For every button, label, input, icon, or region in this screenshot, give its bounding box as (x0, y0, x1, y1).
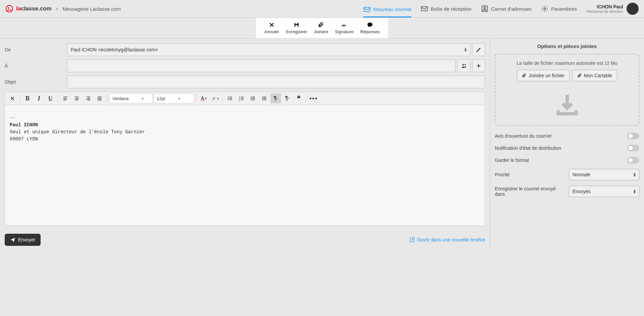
indent-button[interactable] (259, 93, 270, 103)
italic-button[interactable]: I (34, 93, 44, 103)
attach-button[interactable]: Joindre (311, 20, 332, 36)
number-list-icon: 123 (239, 96, 244, 101)
blockquote-button[interactable]: ❝ (293, 93, 304, 103)
delivery-toggle[interactable] (627, 145, 639, 151)
opt-priority: Priorité Normale ▴▾ (495, 169, 639, 180)
mail-icon (421, 5, 428, 12)
priority-select[interactable]: Normale ▴▾ (569, 169, 639, 180)
external-icon (410, 237, 415, 242)
font-size-value: 12pt (157, 96, 165, 101)
priority-value: Normale (573, 172, 590, 177)
my-bag-label: Mon Cartable (584, 73, 612, 78)
indent-icon (262, 96, 267, 101)
chevron-down-icon: ▾ (178, 97, 180, 100)
contacts-picker-icon (461, 63, 467, 69)
svg-point-12 (228, 97, 229, 98)
outdent-icon (250, 96, 256, 101)
bottom-bar: Envoyer Ouvrir dans une nouvelle fenêtre (5, 234, 485, 246)
header-left: laclasse.com › Messagerie Laclasse.com (5, 5, 121, 13)
outdent-button[interactable] (248, 93, 258, 103)
subject-label: Objet (5, 79, 65, 85)
align-left-icon (63, 96, 68, 101)
from-select[interactable]: Paul ICHON <ecoletonyg@laclasse.com> ▴▾ (67, 43, 470, 56)
clear-format-button[interactable] (7, 93, 18, 103)
dropzone[interactable]: La taille de fichier maximum autorisée e… (495, 54, 639, 126)
signature-button[interactable]: Signature (331, 20, 357, 36)
align-center-icon (74, 96, 79, 101)
save-in-select[interactable]: Envoyés ▴▾ (569, 186, 639, 197)
align-justify-button[interactable] (94, 93, 105, 103)
attach-file-label: Joindre un fichier (529, 73, 565, 78)
number-list-button[interactable]: 123 (236, 93, 247, 103)
highlight-button[interactable]: ▾ (210, 93, 220, 103)
brand-text[interactable]: laclasse.com (16, 5, 52, 12)
align-center-button[interactable] (71, 93, 82, 103)
nav-new-mail-label: Nouveau courriel (373, 6, 411, 12)
save-label: Enregistrer (286, 29, 307, 34)
keep-format-toggle[interactable] (627, 157, 639, 164)
to-row: À (5, 59, 485, 72)
editor-body[interactable]: -- Paul ICHON Seul et unique directeur d… (5, 105, 485, 226)
save-button[interactable]: Enregistrer (282, 20, 311, 36)
nav-settings[interactable]: Paramètres (541, 3, 577, 14)
responses-button[interactable]: Réponses (357, 20, 383, 36)
bold-button[interactable]: B (22, 93, 33, 103)
opt-save-in: Enregistrer le courriel envoyé dans Envo… (495, 186, 639, 197)
attach-file-button[interactable]: Joindre un fichier (517, 70, 570, 81)
open-window-link[interactable]: Ouvrir dans une nouvelle fenêtre (410, 237, 485, 242)
font-size-select[interactable]: 12pt▾ (154, 93, 194, 103)
avatar[interactable] (627, 3, 639, 15)
highlight-icon (212, 96, 216, 101)
responses-label: Réponses (360, 29, 380, 34)
svg-point-1 (8, 7, 9, 9)
opt-keep-label: Garder le format (495, 157, 627, 163)
nav-new-mail[interactable]: Nouveau courriel (363, 4, 411, 17)
separator (196, 94, 196, 102)
opt-keep-format: Garder le format (495, 157, 639, 164)
text-color-button[interactable]: A▾ (198, 93, 209, 103)
to-input[interactable] (67, 59, 455, 72)
separator (107, 94, 107, 102)
nav-inbox[interactable]: Boîte de réception (421, 3, 472, 14)
underline-button[interactable]: U (45, 93, 56, 103)
add-recipient-button[interactable] (472, 59, 485, 72)
send-label: Envoyer (18, 237, 35, 242)
svg-point-6 (484, 7, 486, 9)
subject-row: Objet (5, 76, 485, 88)
opt-save-label: Enregistrer le courriel envoyé dans (495, 186, 562, 197)
nav-contacts-label: Carnet d'adresses (491, 6, 532, 12)
paperclip-icon (522, 73, 527, 78)
chevron-down-icon: ▾ (142, 97, 144, 100)
read-receipt-toggle[interactable] (627, 133, 639, 139)
svg-point-7 (544, 8, 546, 10)
ltr-button[interactable]: ¶› (270, 93, 281, 103)
updown-icon: ▴▾ (634, 172, 636, 177)
paperclip-icon (318, 22, 324, 28)
my-bag-button[interactable]: Mon Cartable (572, 70, 617, 81)
rtl-button[interactable]: ¶‹ (282, 93, 292, 103)
to-label: À (5, 63, 65, 69)
max-size-text: La taille de fichier maximum autorisée e… (501, 60, 633, 66)
align-right-button[interactable] (83, 93, 94, 103)
updown-icon: ▴▾ (465, 47, 467, 52)
send-icon (10, 237, 15, 242)
svg-point-0 (6, 5, 13, 12)
separator (222, 94, 223, 102)
nav-contacts[interactable]: Carnet d'adresses (481, 3, 532, 14)
pick-contact-button[interactable] (458, 59, 470, 72)
contacts-icon (481, 5, 488, 12)
sig-separator: -- (10, 115, 15, 121)
more-button[interactable]: ••• (308, 93, 319, 103)
subject-input[interactable] (67, 76, 485, 88)
breadcrumb[interactable]: Messagerie Laclasse.com (63, 6, 121, 12)
header-user[interactable]: ICHON Paul Personnel de direction (587, 3, 639, 15)
send-button[interactable]: Envoyer (5, 234, 41, 246)
align-left-button[interactable] (60, 93, 71, 103)
opt-read-label: Avis d'ouverture du courriel (495, 133, 627, 139)
bullet-list-button[interactable] (225, 93, 235, 103)
download-icon (554, 91, 581, 118)
left-panel: De Paul ICHON <ecoletonyg@laclasse.com> … (0, 39, 490, 251)
cancel-button[interactable]: Annuler (261, 20, 282, 36)
edit-identity-button[interactable] (472, 43, 485, 56)
font-family-select[interactable]: Verdana▾ (109, 93, 153, 103)
